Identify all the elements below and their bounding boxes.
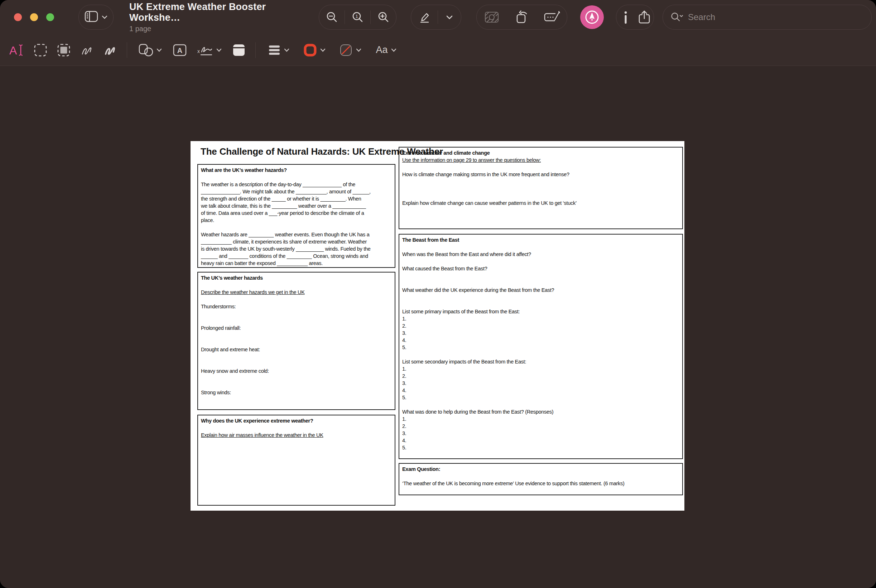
- document-tools-group: [476, 4, 567, 30]
- fill-form-button[interactable]: [537, 5, 567, 29]
- zoom-actual-size-icon: 1: [352, 11, 364, 23]
- hazard-item: Thunderstorms:: [201, 303, 392, 310]
- text-selection-tool[interactable]: A: [5, 39, 28, 61]
- list-number: 5.: [402, 444, 680, 451]
- fill-color-tool[interactable]: [332, 39, 368, 61]
- sign-tool[interactable]: x: [191, 39, 227, 61]
- fill-form-icon: [544, 11, 560, 24]
- box-instruction: Describe the weather hazards we get in t…: [201, 289, 392, 296]
- zoom-out-icon: [326, 11, 338, 23]
- rectangular-selection-icon: [34, 44, 47, 57]
- text-style-label: Aa: [376, 44, 387, 56]
- chevron-down-icon: [284, 48, 290, 52]
- rotate-left-button[interactable]: [507, 5, 537, 29]
- box-exam-question: Exam Question: ‘The weather of the UK is…: [399, 463, 683, 495]
- zoom-in-button[interactable]: [370, 5, 396, 29]
- hazard-item: Strong winds:: [201, 389, 392, 396]
- chevron-down-icon: [216, 48, 222, 52]
- exam-question-text: ‘The weather of the UK is becoming more …: [402, 480, 680, 487]
- svg-text:A: A: [177, 46, 182, 54]
- markup-toolbar: A: [0, 34, 876, 66]
- info-share-group: [616, 4, 654, 30]
- question: When was the Beast from the East and whe…: [402, 250, 680, 258]
- list-number: 1.: [402, 315, 680, 322]
- rectangular-selection-tool[interactable]: [28, 39, 52, 61]
- text-style-tool[interactable]: Aa: [368, 39, 404, 61]
- box-what-are-uk-weather-hazards: What are the UK’s weather hazards? The w…: [197, 164, 395, 268]
- close-button[interactable]: [14, 13, 22, 21]
- chevron-down-icon: [320, 48, 326, 52]
- shapes-tool[interactable]: [132, 39, 168, 61]
- redact-tool[interactable]: [52, 39, 75, 61]
- shape-style-icon: [268, 44, 281, 56]
- svg-text:A: A: [9, 44, 17, 57]
- document-viewer[interactable]: The Challenge of Natural Hazards: UK Ext…: [0, 66, 876, 588]
- list-number: 1.: [402, 365, 680, 372]
- worksheet-page: The Challenge of Natural Hazards: UK Ext…: [190, 141, 684, 511]
- chevron-down-icon: [356, 48, 362, 52]
- signature-icon: x: [196, 44, 213, 57]
- sidebar-toggle-button[interactable]: [78, 4, 114, 30]
- box-beast-from-the-east: The Beast from the East When was the Bea…: [399, 234, 683, 459]
- markup-pencil-button[interactable]: [411, 5, 438, 29]
- minimize-button[interactable]: [30, 13, 38, 21]
- markup-pencil-icon: [418, 11, 431, 24]
- redact-icon: [57, 44, 70, 57]
- info-icon: [623, 10, 628, 24]
- svg-text:x: x: [197, 48, 200, 54]
- weather-cloze-paragraph-2: Weather hazards are _________ weather ev…: [201, 231, 392, 267]
- box-header: Extreme weather and climate change: [402, 149, 680, 156]
- box-instruction: Explain how air masses influence the wea…: [201, 432, 392, 439]
- list-number: 3.: [402, 430, 680, 437]
- chevron-down-icon: [446, 15, 453, 20]
- list-number: 5.: [402, 394, 680, 401]
- border-color-tool[interactable]: [297, 39, 332, 61]
- text-box-icon: A: [172, 44, 187, 57]
- shape-style-tool[interactable]: [261, 39, 297, 61]
- note-tool[interactable]: [227, 39, 250, 61]
- share-icon: [638, 10, 651, 24]
- markup-tools-dropdown[interactable]: [438, 5, 461, 29]
- markup-pencil-group: [411, 4, 461, 30]
- list-number: 4.: [402, 387, 680, 394]
- sketch-tool[interactable]: [75, 39, 99, 61]
- page-count: 1 page: [129, 25, 319, 33]
- question: What caused the Beast from the East?: [402, 265, 680, 272]
- box-header: Exam Question:: [402, 465, 680, 473]
- text-selection-icon: A: [9, 44, 25, 57]
- rotate-left-icon: [515, 10, 529, 24]
- zoom-actual-size-button[interactable]: 1: [345, 5, 370, 29]
- list-number: 3.: [402, 380, 680, 387]
- list-number: 1.: [402, 416, 680, 423]
- list-number: 2.: [402, 372, 680, 380]
- title-toolbar: UK Extreme Weather Booster Workshe… 1 pa…: [0, 0, 876, 34]
- text-box-tool[interactable]: A: [168, 39, 191, 61]
- sidebar-icon: [84, 11, 98, 24]
- search-field-container: [663, 4, 872, 30]
- border-color-icon: [303, 44, 317, 57]
- box-instruction: Use the information on page 29 to answer…: [402, 156, 680, 164]
- remove-background-button[interactable]: [477, 5, 507, 29]
- info-button[interactable]: [616, 5, 635, 29]
- toolbar-separator: [255, 42, 256, 58]
- pen-circle-icon: [584, 9, 600, 25]
- chevron-down-icon: [391, 48, 396, 52]
- zoom-out-button[interactable]: [319, 5, 345, 29]
- zoom-window-button[interactable]: [46, 13, 54, 21]
- search-input[interactable]: [687, 12, 864, 22]
- draw-tool[interactable]: [99, 39, 122, 61]
- preview-window: UK Extreme Weather Booster Workshe… 1 pa…: [0, 0, 876, 588]
- share-button[interactable]: [635, 5, 654, 29]
- list-label: List some secondary impacts of the Beast…: [402, 358, 680, 365]
- svg-text:1: 1: [355, 14, 358, 19]
- list-label: What was done to help during the Beast f…: [402, 408, 680, 416]
- window-title: UK Extreme Weather Booster Workshe…: [129, 2, 319, 23]
- fill-color-icon: [339, 44, 353, 57]
- hazard-item: Drought and extreme heat:: [201, 346, 392, 353]
- search-icon: [671, 12, 683, 22]
- markup-accent-button[interactable]: [580, 5, 604, 29]
- toolbar-separator: [127, 42, 127, 58]
- remove-background-icon: [484, 12, 499, 23]
- box-climate-change: Extreme weather and climate change Use t…: [399, 147, 683, 229]
- box-header: What are the UK’s weather hazards?: [201, 166, 392, 174]
